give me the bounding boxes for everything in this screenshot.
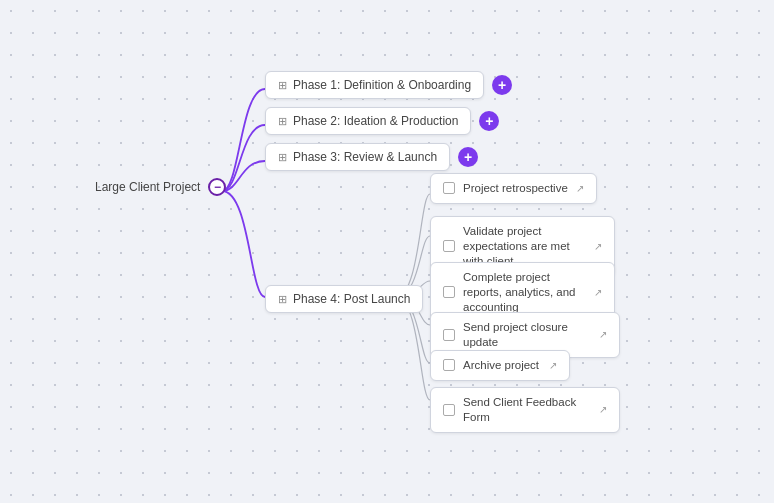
task-3-label: Complete project reports, analytics, and… [463, 270, 586, 315]
phase-node-1: ⊞ Phase 1: Definition & Onboarding + [265, 71, 512, 99]
task-1-box[interactable]: Project retrospective ↗ [430, 173, 597, 204]
phase-node-2: ⊞ Phase 2: Ideation & Production + [265, 107, 499, 135]
phase-3-box[interactable]: ⊞ Phase 3: Review & Launch [265, 143, 450, 171]
task-6-expand-icon[interactable]: ↗ [599, 404, 607, 415]
task-4-expand-icon[interactable]: ↗ [599, 329, 607, 340]
grid-icon-3: ⊞ [278, 151, 287, 164]
mind-map-canvas: Large Client Project − ⊞ Phase 1: Defini… [0, 0, 774, 503]
minus-icon: − [214, 181, 221, 193]
phase-node-3: ⊞ Phase 3: Review & Launch + [265, 143, 478, 171]
task-5-checkbox[interactable] [443, 359, 455, 371]
task-5-expand-icon[interactable]: ↗ [549, 360, 557, 371]
phase-3-add-button[interactable]: + [458, 147, 478, 167]
root-label: Large Client Project [95, 180, 200, 194]
phase-1-label: Phase 1: Definition & Onboarding [293, 78, 471, 92]
task-6-box[interactable]: Send Client Feedback Form ↗ [430, 387, 620, 433]
task-node-5: Archive project ↗ [430, 350, 570, 381]
grid-icon-2: ⊞ [278, 115, 287, 128]
phase-2-add-button[interactable]: + [479, 111, 499, 131]
root-node: Large Client Project − [95, 178, 226, 196]
task-4-checkbox[interactable] [443, 329, 455, 341]
grid-icon-4: ⊞ [278, 293, 287, 306]
plus-icon-1: + [498, 78, 506, 92]
task-3-expand-icon[interactable]: ↗ [594, 287, 602, 298]
task-5-label: Archive project [463, 358, 541, 373]
task-2-expand-icon[interactable]: ↗ [594, 241, 602, 252]
phase-1-add-button[interactable]: + [492, 75, 512, 95]
phase-4-box[interactable]: ⊞ Phase 4: Post Launch [265, 285, 423, 313]
task-1-checkbox[interactable] [443, 182, 455, 194]
task-1-expand-icon[interactable]: ↗ [576, 183, 584, 194]
task-3-checkbox[interactable] [443, 286, 455, 298]
phase-2-box[interactable]: ⊞ Phase 2: Ideation & Production [265, 107, 471, 135]
task-node-6: Send Client Feedback Form ↗ [430, 387, 620, 433]
phase-1-box[interactable]: ⊞ Phase 1: Definition & Onboarding [265, 71, 484, 99]
grid-icon-1: ⊞ [278, 79, 287, 92]
task-2-checkbox[interactable] [443, 240, 455, 252]
task-6-checkbox[interactable] [443, 404, 455, 416]
task-node-1: Project retrospective ↗ [430, 173, 597, 204]
root-collapse-button[interactable]: − [208, 178, 226, 196]
task-6-label: Send Client Feedback Form [463, 395, 591, 425]
phase-3-label: Phase 3: Review & Launch [293, 150, 437, 164]
phase-4-label: Phase 4: Post Launch [293, 292, 410, 306]
plus-icon-3: + [464, 150, 472, 164]
task-1-label: Project retrospective [463, 181, 568, 196]
phase-2-label: Phase 2: Ideation & Production [293, 114, 458, 128]
task-5-box[interactable]: Archive project ↗ [430, 350, 570, 381]
phase-node-4: ⊞ Phase 4: Post Launch − [265, 285, 457, 313]
plus-icon-2: + [485, 114, 493, 128]
task-4-label: Send project closure update [463, 320, 591, 350]
